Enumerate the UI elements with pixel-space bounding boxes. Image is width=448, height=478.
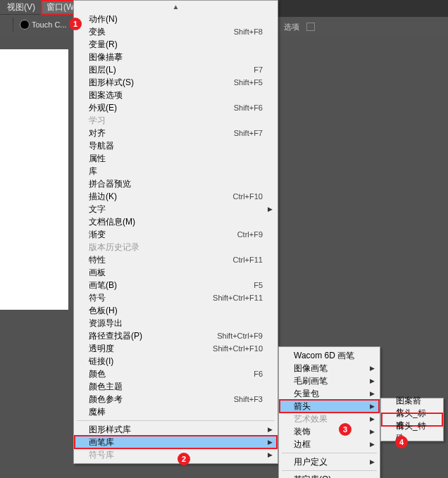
menu-learning: 学习	[75, 114, 277, 127]
menu-artboards[interactable]: 画板	[75, 266, 277, 279]
arrows-submenu: 图案箭头 箭头_标准 箭头_特殊	[380, 398, 444, 441]
separator	[77, 420, 275, 421]
brush-name: Touch C...	[32, 20, 67, 29]
sub-vector-pack[interactable]: 矢量包▶	[280, 387, 379, 400]
sub-other-lib[interactable]: 其它库(O)...	[280, 473, 379, 478]
menu-brushes[interactable]: 画笔(B)F5	[75, 279, 277, 291]
menu-view[interactable]: 视图(V)	[1, 0, 41, 15]
menu-pattern-options[interactable]: 图案选项	[75, 89, 277, 101]
menu-transform[interactable]: 变换Shift+F8	[75, 25, 277, 38]
chevron-right-icon: ▶	[370, 458, 375, 465]
sub-user-defined[interactable]: 用户定义▶	[280, 455, 379, 468]
menu-transparency[interactable]: 透明度Shift+Ctrl+F10	[75, 342, 277, 355]
annotation-marker-2: 2	[178, 453, 190, 465]
menu-color[interactable]: 颜色F6	[75, 367, 277, 380]
menu-library[interactable]: 库	[75, 165, 277, 177]
menu-color-guide[interactable]: 颜色参考Shift+F3	[75, 393, 277, 405]
menu-type[interactable]: 文字▶	[75, 203, 277, 215]
chevron-right-icon: ▶	[268, 451, 273, 458]
menu-links[interactable]: 链接(I)	[75, 355, 277, 367]
options-label: 选项	[284, 22, 299, 32]
chevron-right-icon: ▶	[370, 403, 375, 410]
options-icon[interactable]	[306, 23, 315, 31]
menu-flattener[interactable]: 拼合器预览	[75, 177, 277, 190]
chevron-right-icon: ▶	[370, 441, 375, 448]
top-area	[278, 0, 448, 17]
menu-graphic-style-lib[interactable]: 图形样式库▶	[75, 423, 277, 436]
menu-pathfinder[interactable]: 路径查找器(P)Shift+Ctrl+F9	[75, 329, 277, 342]
chevron-right-icon: ▶	[268, 426, 273, 433]
menu-stroke[interactable]: 描边(K)Ctrl+F10	[75, 190, 277, 203]
separator	[282, 453, 377, 453]
sub-arrows[interactable]: 箭头▶	[280, 400, 379, 413]
sub2-special-arrows[interactable]: 箭头_特殊	[382, 426, 442, 439]
menu-appearance[interactable]: 外观(E)Shift+F6	[75, 101, 277, 114]
canvas	[0, 49, 68, 310]
menu-brush-lib[interactable]: 画笔库▶	[75, 436, 277, 448]
sub-image-brush[interactable]: 图像画笔▶	[280, 362, 379, 375]
annotation-marker-3: 3	[339, 423, 351, 436]
menu-align[interactable]: 对齐Shift+F7	[75, 127, 277, 139]
menu-layers[interactable]: 图层(L)F7	[75, 63, 277, 76]
chevron-right-icon: ▶	[370, 377, 375, 384]
menu-symbol-lib[interactable]: 符号库▶	[75, 448, 277, 461]
chevron-right-icon: ▶	[268, 439, 273, 446]
chevron-right-icon: ▶	[370, 390, 375, 397]
menu-graphic-styles[interactable]: 图形样式(S)Shift+F5	[75, 76, 277, 89]
sub-wacom[interactable]: Wacom 6D 画笔	[280, 349, 379, 362]
menu-properties[interactable]: 特性Ctrl+F11	[75, 253, 277, 266]
menu-history: 版本历史记录	[75, 241, 277, 253]
sub-border[interactable]: 边框▶	[280, 438, 379, 451]
separator	[282, 470, 377, 471]
chevron-right-icon: ▶	[268, 206, 273, 213]
menu-attributes[interactable]: 属性	[75, 152, 277, 165]
menu-magic-wand[interactable]: 魔棒	[75, 405, 277, 418]
annotation-marker-4: 4	[395, 436, 408, 448]
window-menu-dropdown: ▲ 动作(N) 变换Shift+F8 变量(R) 图像描摹 图层(L)F7 图形…	[73, 0, 278, 464]
scroll-up-icon[interactable]: ▲	[75, 3, 277, 13]
brush-library-submenu: Wacom 6D 画笔 图像画笔▶ 毛刷画笔▶ 矢量包▶ 箭头▶ 艺术效果▶ 装…	[278, 346, 380, 478]
menu-doc-info[interactable]: 文档信息(M)	[75, 215, 277, 228]
sub-bristle[interactable]: 毛刷画笔▶	[280, 375, 379, 387]
chevron-right-icon: ▶	[370, 365, 375, 372]
menu-image-trace[interactable]: 图像描摹	[75, 51, 277, 63]
sub-art-effects[interactable]: 艺术效果▶	[280, 413, 379, 425]
sub-decorative[interactable]: 装饰▶	[280, 425, 379, 438]
menu-actions[interactable]: 动作(N)	[75, 13, 277, 25]
divider	[13, 18, 13, 32]
options-bar: 选项	[278, 17, 448, 37]
menu-navigator[interactable]: 导航器	[75, 139, 277, 152]
annotation-marker-1: 1	[69, 18, 82, 30]
chevron-right-icon: ▶	[370, 428, 375, 435]
chevron-right-icon: ▶	[370, 415, 375, 422]
menu-color-themes[interactable]: 颜色主题	[75, 380, 277, 393]
menu-variables[interactable]: 变量(R)	[75, 38, 277, 51]
menu-asset-export[interactable]: 资源导出	[75, 317, 277, 329]
brush-preview-icon[interactable]	[20, 20, 30, 30]
menu-gradient[interactable]: 渐变Ctrl+F9	[75, 228, 277, 241]
menu-symbols[interactable]: 符号Shift+Ctrl+F11	[75, 291, 277, 304]
menu-swatches[interactable]: 色板(H)	[75, 304, 277, 317]
